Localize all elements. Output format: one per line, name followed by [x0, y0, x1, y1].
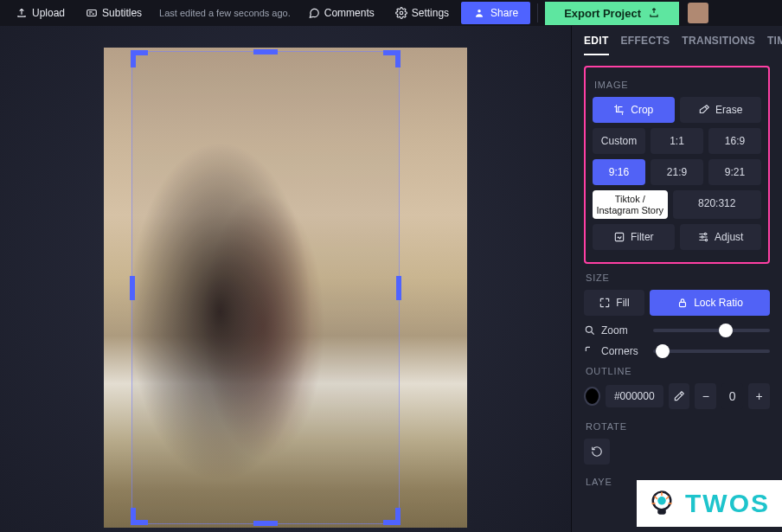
- gear-icon: [395, 7, 407, 19]
- ratio-21-9[interactable]: 21:9: [651, 159, 703, 185]
- crop-handle-bottom[interactable]: [253, 521, 278, 526]
- crop-handle-right[interactable]: [396, 276, 401, 300]
- zoom-row: Zoom: [584, 324, 770, 337]
- panel-scroll[interactable]: IMAGE Crop Erase Custom 1:1 16:9 9:16 21…: [572, 55, 782, 511]
- tab-edit[interactable]: EDIT: [584, 35, 609, 55]
- svg-point-6: [705, 240, 707, 241]
- settings-label: Settings: [412, 7, 449, 19]
- subtitles-button[interactable]: Subtitles: [77, 3, 151, 22]
- avatar[interactable]: [688, 3, 708, 23]
- upload-icon: [16, 7, 28, 19]
- crop-handle-top[interactable]: [253, 49, 278, 54]
- bulb-icon: [645, 487, 678, 520]
- watermark-logo: TWOS: [637, 480, 782, 527]
- ratio-16-9[interactable]: 16:9: [708, 128, 761, 154]
- ratio-custom[interactable]: Custom: [593, 128, 645, 154]
- filter-button[interactable]: Filter: [593, 224, 675, 250]
- crop-handle-bottom-left[interactable]: [131, 506, 150, 525]
- adjust-icon: [697, 231, 709, 243]
- outline-width-value: 0: [721, 383, 743, 409]
- canvas[interactable]: [104, 48, 467, 528]
- erase-button[interactable]: Erase: [680, 97, 762, 123]
- lock-icon: [676, 297, 689, 309]
- outline-color-swatch[interactable]: [584, 387, 600, 406]
- ratio-9-21[interactable]: 9:21: [708, 159, 761, 185]
- canvas-area: [0, 26, 571, 532]
- rotate-ccw-button[interactable]: [584, 439, 610, 465]
- filter-button-label: Filter: [631, 231, 654, 243]
- upload-button[interactable]: Upload: [7, 3, 74, 22]
- fill-icon: [599, 297, 611, 309]
- export-label: Export Project: [564, 7, 641, 20]
- svg-rect-0: [87, 10, 97, 16]
- toolbar-divider: [537, 3, 538, 22]
- tab-transitions[interactable]: TRANSITIONS: [682, 35, 755, 55]
- fill-button-label: Fill: [616, 297, 629, 309]
- filter-icon: [613, 231, 625, 243]
- eyedropper-icon: [673, 390, 685, 402]
- comments-icon: [308, 7, 320, 19]
- zoom-slider[interactable]: [653, 329, 770, 332]
- crop-icon: [613, 104, 625, 116]
- adjust-button-label: Adjust: [715, 231, 743, 243]
- crop-handle-left[interactable]: [130, 276, 135, 300]
- rotate-ccw-icon: [591, 445, 603, 458]
- ratio-tooltip: Tiktok / Instagram Story: [593, 190, 668, 219]
- dimensions-display[interactable]: 820:312: [673, 190, 762, 219]
- svg-point-1: [400, 11, 403, 15]
- corners-label: Corners: [601, 345, 638, 357]
- outline-width-minus[interactable]: −: [695, 383, 716, 409]
- share-button[interactable]: Share: [461, 2, 530, 24]
- properties-panel: EDIT EFFECTS TRANSITIONS TIMING IMAGE Cr…: [571, 26, 782, 532]
- crop-button[interactable]: Crop: [593, 97, 675, 123]
- subtitles-icon: [86, 7, 98, 19]
- panel-tabs: EDIT EFFECTS TRANSITIONS TIMING: [572, 26, 782, 55]
- crop-handle-top-right[interactable]: [381, 50, 401, 69]
- crop-selection[interactable]: [131, 51, 400, 524]
- lock-ratio-button[interactable]: Lock Ratio: [650, 290, 770, 316]
- image-section: IMAGE Crop Erase Custom 1:1 16:9 9:16 21…: [584, 66, 770, 264]
- settings-button[interactable]: Settings: [387, 3, 458, 22]
- zoom-label: Zoom: [601, 324, 628, 337]
- outline-width-plus[interactable]: +: [748, 383, 770, 409]
- crop-button-label: Crop: [631, 104, 653, 116]
- corners-icon: [584, 345, 596, 357]
- last-edited-text: Last edited a few seconds ago.: [159, 8, 291, 18]
- tab-timing[interactable]: TIMING: [767, 35, 782, 55]
- lock-ratio-label: Lock Ratio: [694, 297, 743, 309]
- svg-rect-7: [680, 303, 686, 307]
- erase-icon: [698, 104, 710, 116]
- svg-point-8: [586, 327, 592, 333]
- eyedropper-button[interactable]: [669, 383, 690, 409]
- tab-effects[interactable]: EFFECTS: [621, 35, 670, 55]
- share-label: Share: [490, 7, 518, 19]
- share-user-icon: [473, 7, 485, 19]
- fill-button[interactable]: Fill: [584, 290, 644, 316]
- ratio-1-1[interactable]: 1:1: [651, 128, 703, 154]
- corners-row: Corners: [584, 345, 770, 357]
- export-button[interactable]: Export Project: [545, 2, 679, 25]
- export-icon: [648, 7, 660, 19]
- comments-label: Comments: [324, 7, 375, 19]
- outline-hex-input[interactable]: #000000: [606, 385, 663, 407]
- subtitles-label: Subtitles: [102, 7, 142, 19]
- zoom-icon: [584, 324, 596, 337]
- watermark-text: TWOS: [685, 489, 770, 518]
- zoom-slider-thumb[interactable]: [719, 324, 733, 337]
- upload-label: Upload: [32, 7, 65, 19]
- svg-point-5: [702, 236, 703, 238]
- top-toolbar: Upload Subtitles Last edited a few secon…: [0, 0, 782, 26]
- svg-rect-3: [615, 234, 623, 241]
- outline-section-label: OUTLINE: [586, 366, 770, 376]
- crop-handle-top-left[interactable]: [131, 50, 150, 69]
- svg-point-4: [704, 234, 706, 235]
- adjust-button[interactable]: Adjust: [680, 224, 762, 250]
- erase-button-label: Erase: [715, 104, 742, 116]
- crop-handle-bottom-right[interactable]: [381, 506, 401, 525]
- corners-slider[interactable]: [653, 349, 770, 353]
- size-section-label: SIZE: [586, 272, 770, 283]
- corners-slider-thumb[interactable]: [656, 344, 670, 358]
- image-section-label: IMAGE: [594, 80, 761, 90]
- comments-button[interactable]: Comments: [299, 3, 383, 22]
- ratio-9-16[interactable]: 9:16: [593, 159, 645, 185]
